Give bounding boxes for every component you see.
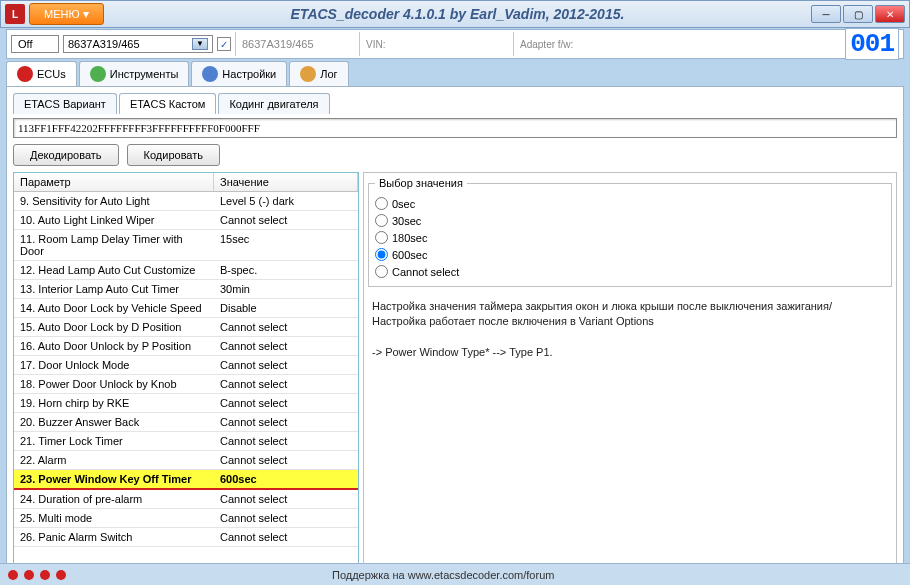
infobar: Off 8637A319/465 ▼ ✓ 8637A319/465 VIN: A… [6, 29, 904, 59]
app-icon: L [5, 4, 25, 24]
radio-option[interactable]: Cannot select [375, 263, 885, 280]
fieldset-legend: Выбор значения [375, 177, 467, 189]
value-panel: Выбор значения 0sec 30sec 180sec 600sec … [363, 172, 897, 572]
status-dot [8, 570, 18, 580]
close-button[interactable]: ✕ [875, 5, 905, 23]
subtab-engine-coding[interactable]: Кодинг двигателя [218, 93, 329, 114]
tab-ecus[interactable]: ECUs [6, 61, 77, 86]
log-icon [300, 66, 316, 82]
status-dot [56, 570, 66, 580]
gear-icon [202, 66, 218, 82]
subtab-etacs-variant[interactable]: ETACS Вариант [13, 93, 117, 114]
table-row[interactable]: 9. Sensitivity for Auto LightLevel 5 (-)… [14, 192, 358, 211]
status-off: Off [11, 35, 59, 53]
value-fieldset: Выбор значения 0sec 30sec 180sec 600sec … [368, 177, 892, 287]
chevron-down-icon[interactable]: ▼ [192, 38, 208, 50]
checkbox[interactable]: ✓ [217, 37, 231, 51]
status-dot [24, 570, 34, 580]
ecu-icon [17, 66, 33, 82]
decode-button[interactable]: Декодировать [13, 144, 119, 166]
support-link[interactable]: Поддержка на www.etacsdecoder.com/forum [332, 569, 554, 581]
content-area: ETACS Вариант ETACS Кастом Кодинг двигат… [6, 86, 904, 585]
combo-value: 8637A319/465 [68, 38, 140, 50]
table-row[interactable]: 11. Room Lamp Delay Timer with Door15sec [14, 230, 358, 261]
counter-display: 001 [845, 28, 899, 60]
vin-label: VIN: [366, 39, 385, 50]
table-row[interactable]: 14. Auto Door Lock by Vehicle SpeedDisab… [14, 299, 358, 318]
encode-button[interactable]: Кодировать [127, 144, 220, 166]
table-row[interactable]: 18. Power Door Unlock by KnobCannot sele… [14, 375, 358, 394]
table-row[interactable]: 20. Buzzer Answer BackCannot select [14, 413, 358, 432]
hex-input[interactable]: 113FF1FFF42202FFFFFFFF3FFFFFFFFFF0F000FF… [13, 118, 897, 138]
col-parameter[interactable]: Параметр [14, 173, 214, 191]
minimize-button[interactable]: ─ [811, 5, 841, 23]
radio-option[interactable]: 180sec [375, 229, 885, 246]
ecu-id: 8637A319/465 [242, 38, 314, 50]
tab-tools[interactable]: Инструменты [79, 61, 190, 86]
table-row[interactable]: 22. AlarmCannot select [14, 451, 358, 470]
titlebar: L МЕНЮ ▾ ETACS_decoder 4.1.0.1 by Earl_V… [0, 0, 910, 28]
table-row[interactable]: 17. Door Unlock ModeCannot select [14, 356, 358, 375]
sub-tabs: ETACS Вариант ETACS Кастом Кодинг двигат… [13, 93, 897, 114]
table-row[interactable]: 26. Panic Alarm SwitchCannot select [14, 528, 358, 547]
maximize-button[interactable]: ▢ [843, 5, 873, 23]
tab-settings[interactable]: Настройки [191, 61, 287, 86]
tab-log[interactable]: Лог [289, 61, 348, 86]
subtab-etacs-custom[interactable]: ETACS Кастом [119, 93, 217, 114]
table-row[interactable]: 10. Auto Light Linked WiperCannot select [14, 211, 358, 230]
table-row[interactable]: 24. Duration of pre-alarmCannot select [14, 490, 358, 509]
ecu-combo[interactable]: 8637A319/465 ▼ [63, 35, 213, 53]
main-tabs: ECUs Инструменты Настройки Лог [6, 61, 904, 86]
radio-option[interactable]: 0sec [375, 195, 885, 212]
parameter-table: Параметр Значение 9. Sensitivity for Aut… [13, 172, 359, 572]
menu-button[interactable]: МЕНЮ ▾ [29, 3, 104, 25]
adapter-label: Adapter f/w: [520, 39, 573, 50]
statusbar: Поддержка на www.etacsdecoder.com/forum [0, 563, 910, 585]
col-value[interactable]: Значение [214, 173, 358, 191]
window-title: ETACS_decoder 4.1.0.1 by Earl_Vadim, 201… [104, 6, 811, 22]
table-row[interactable]: 21. Timer Lock TimerCannot select [14, 432, 358, 451]
table-row[interactable]: 15. Auto Door Lock by D PositionCannot s… [14, 318, 358, 337]
radio-option[interactable]: 30sec [375, 212, 885, 229]
status-dot [40, 570, 50, 580]
table-row[interactable]: 23. Power Window Key Off Timer600sec [14, 470, 358, 490]
table-row[interactable]: 19. Horn chirp by RKECannot select [14, 394, 358, 413]
radio-option[interactable]: 600sec [375, 246, 885, 263]
table-body[interactable]: 9. Sensitivity for Auto LightLevel 5 (-)… [14, 192, 358, 571]
table-row[interactable]: 16. Auto Door Unlock by P PositionCannot… [14, 337, 358, 356]
table-row[interactable]: 13. Interior Lamp Auto Cut Timer30min [14, 280, 358, 299]
table-row[interactable]: 12. Head Lamp Auto Cut CustomizeB-spec. [14, 261, 358, 280]
tools-icon [90, 66, 106, 82]
description: Настройка значения таймера закрытия окон… [364, 291, 896, 571]
table-row[interactable]: 25. Multi modeCannot select [14, 509, 358, 528]
